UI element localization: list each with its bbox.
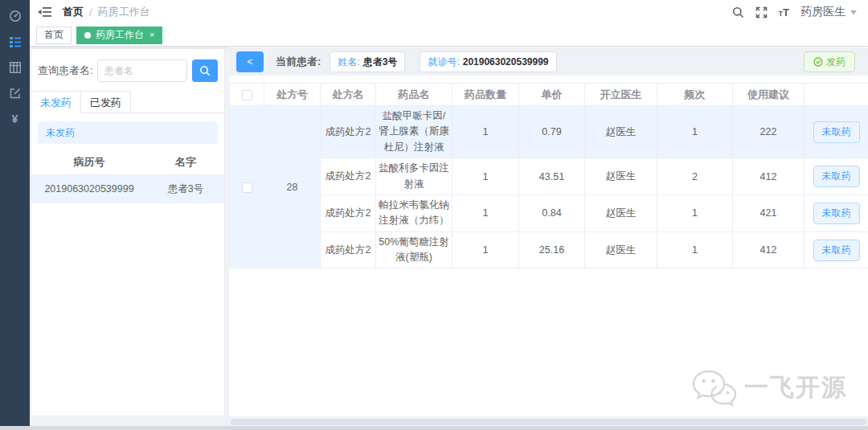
worklist-icon[interactable] xyxy=(0,29,30,55)
qty-cell: 1 xyxy=(452,158,519,195)
rx-name-cell: 成药处方2 xyxy=(321,106,376,158)
frequency-cell: 1 xyxy=(657,231,733,268)
edit-icon[interactable] xyxy=(0,80,30,106)
usage-advice-cell: 412 xyxy=(733,231,805,268)
app-sidebar: ¥ xyxy=(0,0,30,426)
col-unit-price: 单价 xyxy=(519,84,585,106)
col-record-no: 病历号 xyxy=(31,150,147,174)
status-button[interactable]: 未取药 xyxy=(813,166,860,187)
visit-value: 2019063020539999 xyxy=(463,56,549,68)
rx-row: 成药处方2 50%葡萄糖注射液(塑瓶) 1 25.16 赵医生 1 412 未取… xyxy=(230,231,868,268)
table-icon[interactable] xyxy=(0,55,30,80)
breadcrumb-current: 药房工作台 xyxy=(98,5,150,19)
col-frequency: 频次 xyxy=(657,84,733,106)
breadcrumb-home[interactable]: 首页 xyxy=(63,5,84,19)
window-bottom-edge xyxy=(0,426,868,430)
patient-panel: 查询患者名: 未发药 已发药 未发药 病历号 名字 20190630205399… xyxy=(31,48,225,416)
tab-pharmacy-workbench[interactable]: 药房工作台 × xyxy=(76,27,162,44)
scrollbar-thumb[interactable] xyxy=(231,419,866,425)
row-checkbox[interactable] xyxy=(242,182,252,193)
patient-search-input[interactable] xyxy=(97,59,187,82)
view-tabs-bar: 首页 药房工作台 × xyxy=(30,24,868,47)
patient-row[interactable]: 2019063020539999 患者3号 xyxy=(31,174,224,203)
close-icon[interactable]: × xyxy=(149,31,154,39)
search-icon[interactable] xyxy=(732,6,744,18)
col-usage-advice: 使用建议 xyxy=(733,84,805,106)
usage-advice-cell: 412 xyxy=(733,158,805,195)
status-button[interactable]: 未取药 xyxy=(813,203,860,224)
money-icon[interactable]: ¥ xyxy=(0,106,30,132)
rx-name-cell: 成药处方2 xyxy=(321,195,376,231)
col-actions xyxy=(805,84,868,106)
col-doctor: 开立医生 xyxy=(585,84,657,106)
breadcrumb: 首页 / 药房工作台 xyxy=(63,5,150,19)
tab-not-dispensed[interactable]: 未发药 xyxy=(31,91,81,113)
user-name: 药房医生 xyxy=(800,5,845,19)
fullscreen-icon[interactable] xyxy=(755,6,768,18)
patient-search-label: 查询患者名: xyxy=(38,63,93,78)
status-button[interactable]: 未取药 xyxy=(813,240,860,261)
current-patient-bar: < 当前患者: 姓名: 患者3号 就诊号: 2019063020539999 发… xyxy=(229,48,868,76)
active-dot-icon xyxy=(84,32,91,39)
patient-name[interactable]: 患者3号 xyxy=(147,174,224,203)
current-patient-label: 当前患者: xyxy=(276,55,321,69)
col-rx-no: 处方号 xyxy=(264,84,321,106)
select-all-cell xyxy=(230,84,264,106)
frequency-cell: 1 xyxy=(657,106,733,158)
chat-bubbles-icon xyxy=(691,368,738,407)
unit-price-cell: 0.84 xyxy=(519,195,585,231)
unit-price-cell: 43.51 xyxy=(519,158,585,195)
prescription-table: 处方号 处方名 药品名 药品数量 单价 开立医生 频次 使用建议 28 成药处方… xyxy=(229,83,868,268)
user-dropdown[interactable]: 药房医生 xyxy=(800,5,857,19)
patient-name-box: 姓名: 患者3号 xyxy=(330,51,405,72)
patient-search-button[interactable] xyxy=(192,59,218,82)
patient-table-header: 病历号 名字 xyxy=(31,150,224,174)
search-icon xyxy=(199,65,211,76)
row-select-cell xyxy=(230,106,264,268)
usage-advice-cell: 421 xyxy=(733,195,805,231)
check-circle-icon xyxy=(813,57,823,67)
caret-down-icon xyxy=(850,10,857,14)
rx-row: 28 成药处方2 盐酸甲哌卡因/肾上腺素（斯康杜尼）注射液 1 0.79 赵医生… xyxy=(230,106,868,158)
rx-name-cell: 成药处方2 xyxy=(321,158,376,195)
back-button[interactable]: < xyxy=(236,51,264,72)
frequency-cell: 2 xyxy=(657,158,733,195)
action-cell: 未取药 xyxy=(805,231,868,268)
tab-home[interactable]: 首页 xyxy=(36,27,72,44)
select-all-checkbox[interactable] xyxy=(242,90,252,100)
app-root: ¥ 首页 / 药房工作台 TT 药房医生 首页 xyxy=(0,0,868,430)
watermark: 一飞开源 xyxy=(691,368,847,407)
visit-label: 就诊号: xyxy=(428,55,459,69)
col-qty: 药品数量 xyxy=(452,84,519,106)
patient-search-row: 查询患者名: xyxy=(31,49,224,91)
unit-price-cell: 25.16 xyxy=(519,231,585,268)
horizontal-scrollbar xyxy=(231,419,866,425)
patient-record-no[interactable]: 2019063020539999 xyxy=(31,174,147,203)
header-actions: TT 药房医生 xyxy=(732,5,857,19)
drug-name-cell: 盐酸甲哌卡因/肾上腺素（斯康杜尼）注射液 xyxy=(376,106,452,158)
tab-dispensed[interactable]: 已发药 xyxy=(81,91,131,113)
visit-no-box: 就诊号: 2019063020539999 xyxy=(420,51,556,72)
drug-name-cell: 帕拉米韦氯化钠注射液（力纬） xyxy=(376,195,452,231)
unit-price-cell: 0.79 xyxy=(519,106,585,158)
breadcrumb-separator: / xyxy=(89,6,92,18)
hamburger-icon[interactable] xyxy=(38,6,51,18)
qty-cell: 1 xyxy=(452,195,519,231)
doctor-cell: 赵医生 xyxy=(585,231,657,268)
status-button[interactable]: 未取药 xyxy=(813,121,860,143)
drug-name-cell: 盐酸利多卡因注射液 xyxy=(376,158,452,195)
qty-cell: 1 xyxy=(452,106,519,158)
dashboard-icon[interactable] xyxy=(0,3,30,29)
qty-cell: 1 xyxy=(452,231,519,268)
action-cell: 未取药 xyxy=(805,106,868,158)
name-value: 患者3号 xyxy=(363,55,398,69)
col-patient-name: 名字 xyxy=(147,150,224,174)
doctor-cell: 赵医生 xyxy=(585,158,657,195)
dispense-status-tabs: 未发药 已发药 xyxy=(31,91,224,113)
rx-table-header: 处方号 处方名 药品名 药品数量 单价 开立医生 频次 使用建议 xyxy=(230,84,868,106)
font-size-icon[interactable]: TT xyxy=(779,6,789,18)
col-drug-name: 药品名 xyxy=(376,84,452,106)
rx-row: 成药处方2 盐酸利多卡因注射液 1 43.51 赵医生 2 412 未取药 xyxy=(230,158,868,195)
dispense-button[interactable]: 发药 xyxy=(804,51,855,72)
watermark-text: 一飞开源 xyxy=(744,371,847,404)
